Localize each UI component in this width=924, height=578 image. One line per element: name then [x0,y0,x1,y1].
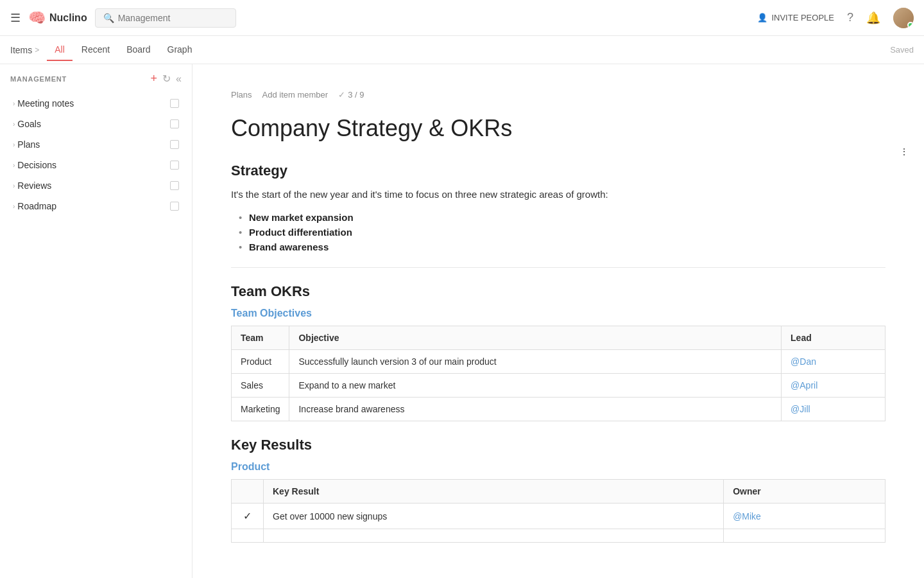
topbar: ☰ 🧠 Nuclino 🔍 👤 INVITE PEOPLE ? 🔔 [0,0,924,36]
item-checkbox[interactable] [170,202,179,211]
chevron-icon: › [13,162,15,169]
table-header-row: Team Objective Lead [232,326,886,350]
chevron-icon: › [13,182,15,189]
sidebar-header-icons: + ↻ « [151,72,182,85]
item-checkbox[interactable] [170,99,179,108]
key-results-table: Key Result Owner ✓ Get over 10000 new si… [231,479,886,543]
person-icon: 👤 [757,13,767,22]
sidebar-header: MANAGEMENT + ↻ « [0,64,192,93]
objective-cell: Increase brand awareness [289,398,782,421]
add-item-member-button[interactable]: Add item member [262,90,329,100]
search-icon: 🔍 [103,13,114,23]
sidebar-item-goals[interactable]: › Goals [3,114,189,134]
key-result-cell: Get over 10000 new signups [264,504,724,529]
team-cell: Sales [232,374,289,398]
document-title: Company Strategy & OKRs [231,115,886,142]
bullet-item: New market expansion [239,210,886,225]
tab-board[interactable]: Board [119,39,158,61]
item-checkbox[interactable] [170,181,179,190]
logo: 🧠 Nuclino [28,10,87,26]
topbar-left: ☰ 🧠 Nuclino 🔍 [10,8,236,28]
key-result-cell [264,529,724,543]
chevron-icon: › [13,100,15,107]
team-objectives-heading: Team Objectives [231,308,886,319]
col-objective: Objective [289,326,782,350]
notifications-icon[interactable]: 🔔 [866,11,880,25]
document-content: Plans Add item member ✓ 3 / 9 ⋮ Company … [193,64,924,578]
team-cell: Marketing [232,398,289,421]
team-okrs-heading: Team OKRs [231,283,886,300]
tab-graph[interactable]: Graph [160,39,200,61]
search-bar[interactable]: 🔍 [95,8,236,28]
sidebar-item-label: Reviews [17,180,170,191]
objective-cell: Expand to a new market [289,374,782,398]
help-icon[interactable]: ? [847,11,853,24]
sidebar-item-meeting-notes[interactable]: › Meeting notes [3,93,189,114]
sidebar-item-label: Plans [17,139,170,150]
table-row [232,529,886,543]
owner-cell [724,529,886,543]
sidebar-item-plans[interactable]: › Plans [3,134,189,155]
table-header-row: Key Result Owner [232,480,886,504]
sidebar-item-label: Meeting notes [17,98,170,109]
strategy-heading: Strategy [231,162,886,179]
lead-cell[interactable]: @April [782,374,886,398]
col-team: Team [232,326,289,350]
doc-breadcrumb: Plans [231,90,252,100]
hamburger-icon[interactable]: ☰ [10,11,21,25]
sidebar-item-roadmap[interactable]: › Roadmap [3,196,189,216]
sidebar: MANAGEMENT + ↻ « › Meeting notes › Goals… [0,64,193,578]
logo-brain-icon: 🧠 [28,10,46,26]
breadcrumb-separator: > [35,46,39,55]
product-subheading: Product [231,461,886,473]
col-owner: Owner [724,480,886,504]
col-key-result: Key Result [264,480,724,504]
item-checkbox[interactable] [170,140,179,149]
sidebar-item-decisions[interactable]: › Decisions [3,155,189,175]
topbar-right: 👤 INVITE PEOPLE ? 🔔 [757,8,914,28]
table-row: Sales Expand to a new market @April [232,374,886,398]
col-check [232,480,264,504]
bullet-item: Product differentiation [239,225,886,240]
avatar[interactable] [893,8,914,28]
refresh-icon[interactable]: ↻ [162,73,171,85]
search-input[interactable] [118,13,228,23]
table-row: ✓ Get over 10000 new signups @Mike [232,504,886,529]
coauthor-count: ✓ 3 / 9 [338,90,364,100]
col-lead: Lead [782,326,886,350]
collapse-icon[interactable]: « [176,73,182,85]
team-cell: Product [232,350,289,374]
chevron-icon: › [13,203,15,210]
tab-all[interactable]: All [47,39,73,61]
invite-people-button[interactable]: 👤 INVITE PEOPLE [757,13,834,22]
lead-cell[interactable]: @Dan [782,350,886,374]
strategy-bullet-list: New market expansion Product differentia… [231,210,886,254]
objective-cell: Successfully launch version 3 of our mai… [289,350,782,374]
chevron-icon: › [13,121,15,128]
strategy-text: It's the start of the new year and it's … [231,187,886,202]
breadcrumb: Items > [10,45,39,55]
more-options-button[interactable]: ⋮ [900,146,909,157]
chevron-icon: › [13,141,15,148]
nav-tabs: All Recent Board Graph [47,39,200,61]
tab-recent[interactable]: Recent [74,39,117,61]
check-cell [232,529,264,543]
main-layout: MANAGEMENT + ↻ « › Meeting notes › Goals… [0,64,924,578]
saved-label: Saved [890,45,914,55]
item-checkbox[interactable] [170,119,179,128]
subnav: Items > All Recent Board Graph Saved [0,36,924,64]
lead-cell[interactable]: @Jill [782,398,886,421]
sidebar-item-label: Goals [17,119,170,129]
avatar-online-dot [907,22,914,28]
section-divider [231,267,886,268]
add-icon[interactable]: + [151,72,158,85]
key-results-heading: Key Results [231,437,886,453]
item-checkbox[interactable] [170,161,179,170]
doc-meta: Plans Add item member ✓ 3 / 9 [231,90,886,100]
sidebar-item-reviews[interactable]: › Reviews [3,175,189,196]
sidebar-title: MANAGEMENT [10,75,146,83]
owner-cell[interactable]: @Mike [724,504,886,529]
bullet-item: Brand awareness [239,240,886,254]
check-cell: ✓ [232,504,264,529]
breadcrumb-items[interactable]: Items [10,45,32,55]
